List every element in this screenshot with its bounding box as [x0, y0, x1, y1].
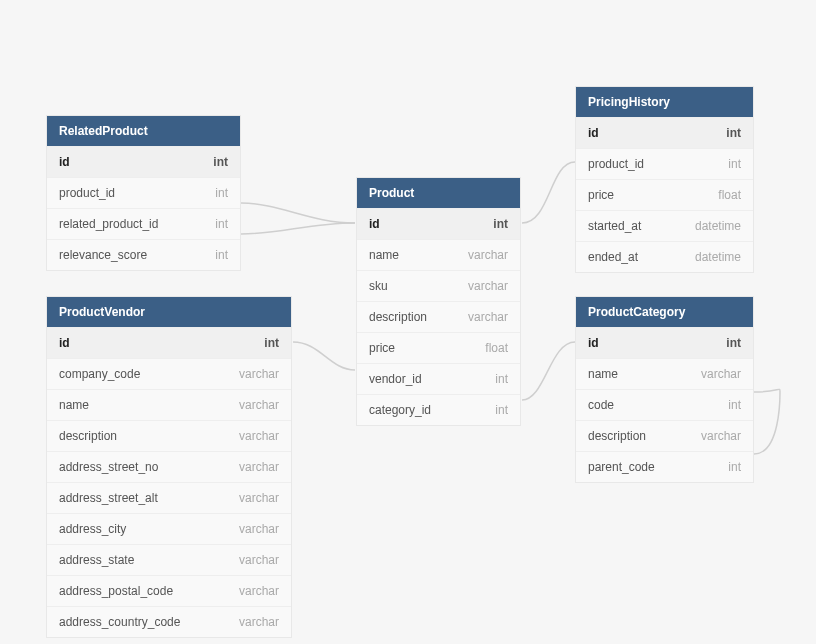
field-name: related_product_id: [59, 217, 158, 231]
field-name: company_code: [59, 367, 140, 381]
field-row: idint: [357, 208, 520, 239]
field-name: name: [369, 248, 399, 262]
field-name: vendor_id: [369, 372, 422, 386]
field-name: sku: [369, 279, 388, 293]
field-name: parent_code: [588, 460, 655, 474]
field-name: id: [588, 126, 599, 140]
field-type: datetime: [695, 250, 741, 264]
field-type: varchar: [468, 279, 508, 293]
field-name: address_state: [59, 553, 134, 567]
field-row: idint: [576, 117, 753, 148]
field-row: started_atdatetime: [576, 210, 753, 241]
table-product-vendor[interactable]: ProductVendor idint company_codevarchar …: [46, 296, 292, 638]
field-name: description: [588, 429, 646, 443]
field-row: parent_codeint: [576, 451, 753, 482]
field-name: address_country_code: [59, 615, 180, 629]
field-type: varchar: [239, 522, 279, 536]
field-row: skuvarchar: [357, 270, 520, 301]
field-row: namevarchar: [357, 239, 520, 270]
field-name: ended_at: [588, 250, 638, 264]
field-type: varchar: [239, 553, 279, 567]
field-type: int: [213, 155, 228, 169]
field-type: int: [495, 372, 508, 386]
field-type: int: [728, 398, 741, 412]
field-type: int: [726, 126, 741, 140]
field-type: varchar: [239, 491, 279, 505]
table-header: Product: [357, 178, 520, 208]
field-row: descriptionvarchar: [47, 420, 291, 451]
field-row: idint: [47, 146, 240, 177]
table-related-product[interactable]: RelatedProduct idint product_idint relat…: [46, 115, 241, 271]
field-row: namevarchar: [576, 358, 753, 389]
field-type: varchar: [239, 398, 279, 412]
table-header: PricingHistory: [576, 87, 753, 117]
field-row: idint: [47, 327, 291, 358]
field-name: price: [588, 188, 614, 202]
table-header: RelatedProduct: [47, 116, 240, 146]
field-row: descriptionvarchar: [357, 301, 520, 332]
field-row: namevarchar: [47, 389, 291, 420]
field-row: address_postal_codevarchar: [47, 575, 291, 606]
field-type: int: [495, 403, 508, 417]
field-row: relevance_scoreint: [47, 239, 240, 270]
field-type: datetime: [695, 219, 741, 233]
field-type: int: [728, 460, 741, 474]
table-product[interactable]: Product idint namevarchar skuvarchar des…: [356, 177, 521, 426]
field-row: address_cityvarchar: [47, 513, 291, 544]
field-type: int: [726, 336, 741, 350]
field-name: id: [588, 336, 599, 350]
field-name: code: [588, 398, 614, 412]
field-type: int: [215, 248, 228, 262]
field-row: address_street_novarchar: [47, 451, 291, 482]
field-row: pricefloat: [357, 332, 520, 363]
field-row: codeint: [576, 389, 753, 420]
field-row: vendor_idint: [357, 363, 520, 394]
field-name: description: [59, 429, 117, 443]
field-type: int: [215, 217, 228, 231]
field-type: int: [215, 186, 228, 200]
field-type: int: [493, 217, 508, 231]
field-row: idint: [576, 327, 753, 358]
field-row: category_idint: [357, 394, 520, 425]
field-row: product_idint: [47, 177, 240, 208]
field-type: varchar: [701, 429, 741, 443]
field-name: address_street_alt: [59, 491, 158, 505]
field-name: description: [369, 310, 427, 324]
field-name: id: [59, 336, 70, 350]
field-type: varchar: [239, 429, 279, 443]
field-row: ended_atdatetime: [576, 241, 753, 272]
field-row: related_product_idint: [47, 208, 240, 239]
field-row: address_statevarchar: [47, 544, 291, 575]
table-pricing-history[interactable]: PricingHistory idint product_idint price…: [575, 86, 754, 273]
field-type: varchar: [239, 584, 279, 598]
field-name: price: [369, 341, 395, 355]
field-row: address_country_codevarchar: [47, 606, 291, 637]
field-name: relevance_score: [59, 248, 147, 262]
field-row: address_street_altvarchar: [47, 482, 291, 513]
field-type: varchar: [468, 310, 508, 324]
field-type: varchar: [239, 460, 279, 474]
table-header: ProductCategory: [576, 297, 753, 327]
field-type: varchar: [468, 248, 508, 262]
field-type: float: [718, 188, 741, 202]
table-header: ProductVendor: [47, 297, 291, 327]
field-type: varchar: [239, 367, 279, 381]
field-name: name: [59, 398, 89, 412]
field-type: int: [264, 336, 279, 350]
field-name: address_postal_code: [59, 584, 173, 598]
field-name: name: [588, 367, 618, 381]
field-name: product_id: [59, 186, 115, 200]
field-name: address_city: [59, 522, 126, 536]
field-name: address_street_no: [59, 460, 158, 474]
field-row: company_codevarchar: [47, 358, 291, 389]
field-type: varchar: [701, 367, 741, 381]
field-type: varchar: [239, 615, 279, 629]
field-name: id: [59, 155, 70, 169]
field-type: float: [485, 341, 508, 355]
field-name: product_id: [588, 157, 644, 171]
field-row: pricefloat: [576, 179, 753, 210]
field-name: started_at: [588, 219, 641, 233]
table-product-category[interactable]: ProductCategory idint namevarchar codein…: [575, 296, 754, 483]
field-name: category_id: [369, 403, 431, 417]
field-name: id: [369, 217, 380, 231]
